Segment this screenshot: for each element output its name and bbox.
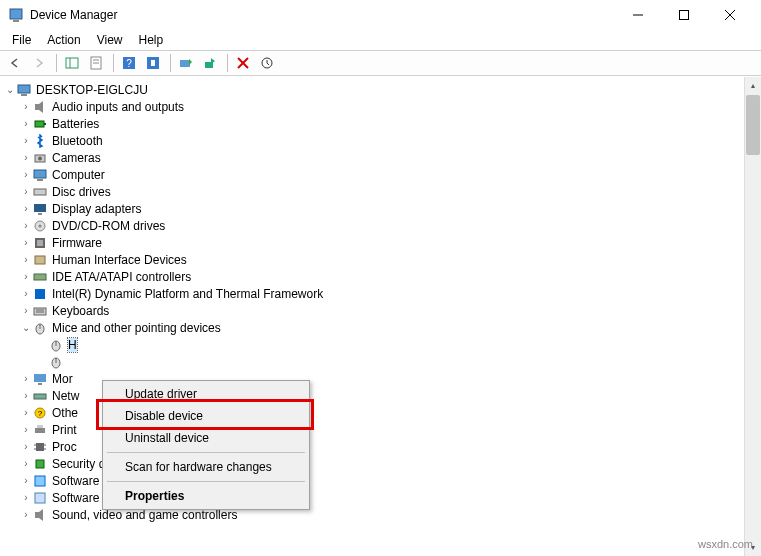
- category-label: Print: [52, 423, 77, 437]
- expand-icon[interactable]: ›: [20, 254, 32, 265]
- context-menu-item[interactable]: Disable device: [105, 405, 307, 427]
- menu-help[interactable]: Help: [131, 31, 172, 49]
- expand-icon[interactable]: ›: [20, 271, 32, 282]
- svg-rect-23: [35, 121, 44, 127]
- root-node[interactable]: ⌄ DESKTOP-EIGLCJU: [0, 81, 740, 98]
- window-controls: [615, 0, 753, 30]
- app-icon: [8, 7, 24, 23]
- svg-rect-29: [34, 189, 46, 195]
- category-row[interactable]: ›Audio inputs and outputs: [0, 98, 740, 115]
- category-row[interactable]: ›Computer: [0, 166, 740, 183]
- keyboard-icon: [32, 303, 48, 319]
- scan-button[interactable]: [175, 52, 197, 74]
- category-row[interactable]: ›Keyboards: [0, 302, 740, 319]
- category-row[interactable]: ›Human Interface Devices: [0, 251, 740, 268]
- svg-rect-27: [34, 170, 46, 178]
- expand-icon[interactable]: ›: [20, 475, 32, 486]
- menu-view[interactable]: View: [89, 31, 131, 49]
- category-label: Batteries: [52, 117, 99, 131]
- category-row[interactable]: ›Cameras: [0, 149, 740, 166]
- menu-action[interactable]: Action: [39, 31, 88, 49]
- properties-button[interactable]: [85, 52, 107, 74]
- category-row[interactable]: ›IDE ATA/ATAPI controllers: [0, 268, 740, 285]
- back-button[interactable]: [4, 52, 26, 74]
- svg-rect-1: [13, 20, 19, 22]
- expand-icon[interactable]: ›: [20, 237, 32, 248]
- svg-rect-62: [35, 493, 45, 503]
- expand-icon[interactable]: ›: [20, 390, 32, 401]
- expand-icon[interactable]: ›: [20, 169, 32, 180]
- expand-icon[interactable]: ›: [20, 492, 32, 503]
- help-button[interactable]: ?: [118, 52, 140, 74]
- computer-icon: [32, 167, 48, 183]
- svg-rect-48: [34, 374, 46, 382]
- expand-icon[interactable]: ›: [20, 220, 32, 231]
- expand-icon[interactable]: ›: [20, 509, 32, 520]
- expand-icon[interactable]: ›: [20, 118, 32, 129]
- show-hide-tree-button[interactable]: [61, 52, 83, 74]
- svg-rect-15: [180, 60, 190, 67]
- expand-icon[interactable]: ›: [20, 135, 32, 146]
- svg-point-26: [38, 156, 42, 160]
- expand-icon[interactable]: ›: [20, 458, 32, 469]
- expand-icon[interactable]: ›: [20, 186, 32, 197]
- category-row[interactable]: ›Bluetooth: [0, 132, 740, 149]
- scroll-thumb[interactable]: [746, 95, 760, 155]
- svg-text:?: ?: [126, 58, 132, 69]
- context-menu-item[interactable]: Properties: [105, 485, 307, 507]
- expand-icon[interactable]: ›: [20, 407, 32, 418]
- menu-file[interactable]: File: [4, 31, 39, 49]
- svg-rect-20: [18, 85, 30, 93]
- uninstall-button[interactable]: [232, 52, 254, 74]
- context-menu-item[interactable]: Scan for hardware changes: [105, 456, 307, 478]
- category-row[interactable]: ›Display adapters: [0, 200, 740, 217]
- sound-icon: [32, 507, 48, 523]
- battery-icon: [32, 116, 48, 132]
- category-label: Keyboards: [52, 304, 109, 318]
- update-driver-button[interactable]: [256, 52, 278, 74]
- expand-icon[interactable]: ›: [20, 152, 32, 163]
- expand-icon[interactable]: ›: [20, 288, 32, 299]
- menu-separator: [107, 481, 305, 482]
- svg-rect-30: [34, 204, 46, 212]
- scroll-up-button[interactable]: ▴: [745, 77, 761, 94]
- category-row[interactable]: ›Firmware: [0, 234, 740, 251]
- device-row[interactable]: [0, 353, 740, 370]
- collapse-icon[interactable]: ⌄: [4, 84, 16, 95]
- action-button[interactable]: [142, 52, 164, 74]
- context-menu-item[interactable]: Update driver: [105, 383, 307, 405]
- category-row[interactable]: ›Disc drives: [0, 183, 740, 200]
- cpu-icon: [32, 439, 48, 455]
- category-row[interactable]: ›DVD/CD-ROM drives: [0, 217, 740, 234]
- minimize-button[interactable]: [615, 0, 661, 30]
- category-row[interactable]: ›Intel(R) Dynamic Platform and Thermal F…: [0, 285, 740, 302]
- camera-icon: [32, 150, 48, 166]
- category-label: Proc: [52, 440, 77, 454]
- device-row[interactable]: H: [0, 336, 740, 353]
- category-mice[interactable]: ⌄ Mice and other pointing devices: [0, 319, 740, 336]
- dvd-icon: [32, 218, 48, 234]
- category-label: Bluetooth: [52, 134, 103, 148]
- expand-icon[interactable]: ›: [20, 101, 32, 112]
- expand-icon[interactable]: ›: [20, 424, 32, 435]
- vertical-scrollbar[interactable]: ▴ ▾: [744, 77, 761, 556]
- collapse-icon[interactable]: ⌄: [20, 322, 32, 333]
- expand-icon[interactable]: ›: [20, 373, 32, 384]
- svg-rect-14: [151, 60, 155, 66]
- expand-icon[interactable]: ›: [20, 203, 32, 214]
- device-label: H: [68, 338, 77, 352]
- maximize-button[interactable]: [661, 0, 707, 30]
- toolbar: ?: [0, 50, 761, 76]
- forward-button[interactable]: [28, 52, 50, 74]
- category-row[interactable]: ›Batteries: [0, 115, 740, 132]
- category-label: IDE ATA/ATAPI controllers: [52, 270, 191, 284]
- svg-rect-55: [36, 443, 44, 451]
- category-label: Disc drives: [52, 185, 111, 199]
- add-hardware-button[interactable]: [199, 52, 221, 74]
- close-button[interactable]: [707, 0, 753, 30]
- category-label: Firmware: [52, 236, 102, 250]
- expand-icon[interactable]: ›: [20, 441, 32, 452]
- expand-icon[interactable]: ›: [20, 305, 32, 316]
- category-label: Human Interface Devices: [52, 253, 187, 267]
- context-menu-item[interactable]: Uninstall device: [105, 427, 307, 449]
